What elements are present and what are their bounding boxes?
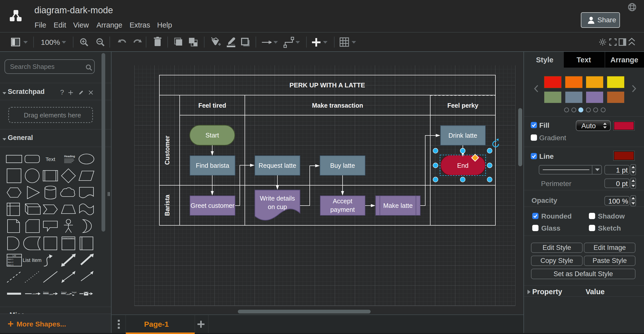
svg-text:Find barista: Find barista bbox=[196, 162, 229, 169]
svg-text:Item 1: Item 1 bbox=[8, 258, 14, 260]
svg-text:payment: payment bbox=[330, 206, 355, 213]
svg-text:Customer: Customer bbox=[164, 135, 171, 165]
svg-text:Feel tired: Feel tired bbox=[198, 102, 226, 109]
svg-text:Target: Target bbox=[72, 291, 77, 293]
svg-text:Label: Label bbox=[49, 293, 53, 295]
svg-text:Heading: Heading bbox=[64, 155, 75, 158]
svg-text:Item 3: Item 3 bbox=[8, 264, 14, 266]
svg-text:Feel perky: Feel perky bbox=[447, 102, 478, 109]
svg-text:Accept: Accept bbox=[333, 198, 352, 205]
svg-text:End: End bbox=[457, 162, 468, 169]
svg-text:Label: Label bbox=[32, 293, 36, 295]
svg-text:PERK UP WITH A LATTE: PERK UP WITH A LATTE bbox=[289, 81, 365, 89]
svg-text:Make transaction: Make transaction bbox=[312, 102, 363, 109]
svg-text:List: List bbox=[13, 254, 16, 257]
svg-text:Barista: Barista bbox=[164, 195, 171, 216]
svg-text:List Item: List Item bbox=[23, 257, 42, 263]
svg-text:Make latte: Make latte bbox=[383, 202, 413, 209]
svg-text:Text: Text bbox=[46, 156, 55, 162]
svg-text:Drink latte: Drink latte bbox=[449, 132, 477, 139]
svg-text:Item 2: Item 2 bbox=[8, 261, 14, 263]
svg-text:Source: Source bbox=[61, 291, 67, 293]
svg-text:Source: Source bbox=[43, 291, 49, 293]
svg-text:on cup: on cup bbox=[268, 203, 287, 210]
svg-text:Label: Label bbox=[66, 293, 70, 295]
svg-text:Buy latte: Buy latte bbox=[330, 162, 355, 169]
svg-text:Write details: Write details bbox=[260, 195, 295, 202]
svg-text:Start: Start bbox=[205, 132, 219, 139]
svg-text:Vertical Container: Vertical Container bbox=[63, 237, 74, 239]
svg-text:Request latte: Request latte bbox=[259, 162, 296, 169]
svg-text:Greet customer: Greet customer bbox=[190, 202, 235, 209]
